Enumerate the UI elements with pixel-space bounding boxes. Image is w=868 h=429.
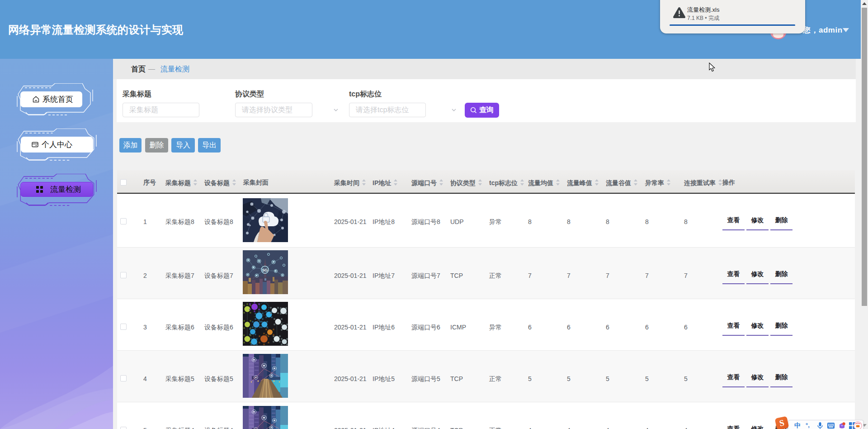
svg-text:5G: 5G (262, 267, 268, 272)
